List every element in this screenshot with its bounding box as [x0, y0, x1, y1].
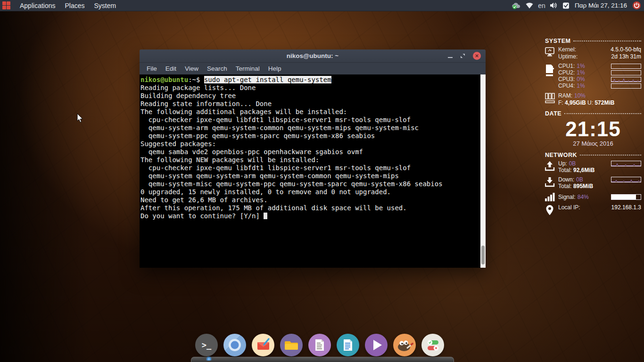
dock-background — [191, 357, 454, 362]
cpu4-line: CPU4:1% — [558, 83, 641, 89]
cpu1-graph — [611, 64, 641, 69]
conky-clock: 21:15 — [545, 119, 641, 140]
kernel-value: 4.5.0-50-bfq — [611, 46, 641, 53]
dock-item-gimp[interactable] — [393, 334, 416, 356]
terminal-body[interactable]: nikos@ubuntu:~$ sudo apt-get install qem… — [140, 74, 486, 268]
dock-item-files[interactable] — [280, 334, 303, 356]
gimp-wilber-icon — [393, 334, 416, 356]
terminal-menubar: File Edit View Search Terminal Help — [140, 63, 486, 74]
conky-network-heading: NETWORK — [545, 152, 641, 158]
download-row: Down:0B Total: 895MiB — [545, 176, 641, 189]
menu-view[interactable]: View — [181, 63, 203, 74]
cpu3-line: CPU3:0% — [558, 76, 641, 82]
download-icon — [545, 176, 558, 189]
dock: >_ — [195, 334, 444, 356]
mail-icon — [252, 334, 274, 356]
terminal-line: Reading state information... Done — [140, 100, 479, 108]
terminal-prompt-glyph: >_ — [202, 340, 211, 350]
scrollbar-thumb[interactable] — [481, 246, 485, 264]
terminal-line: nikos@ubuntu:~$ sudo apt-get install qem… — [140, 76, 479, 84]
down-rate: 0B — [576, 176, 583, 183]
dock-item-chromium[interactable] — [223, 334, 246, 356]
menu-edit[interactable]: Edit — [161, 63, 181, 74]
terminal-line: qemu-system-misc qemu-system-ppc qemu-sy… — [140, 180, 479, 188]
panel-clock[interactable]: Παρ Μάι 27, 21:16 — [575, 2, 627, 9]
dock-item-mail[interactable] — [252, 334, 274, 356]
mouse-cursor — [77, 113, 83, 125]
cpu2-graph — [611, 70, 641, 75]
menu-applications[interactable]: Applications — [15, 0, 60, 11]
menu-places[interactable]: Places — [60, 0, 90, 11]
terminal-cursor — [264, 213, 267, 219]
terminal-line: qemu-system-ppc qemu-system-sparc qemu-s… — [140, 132, 479, 140]
cpu3-graph — [611, 77, 641, 82]
signal-row: Signal:84% — [545, 192, 641, 201]
conky-date-heading: DATE — [545, 110, 641, 117]
terminal-line: Suggested packages: — [140, 140, 479, 148]
terminal-line: Need to get 26,6 MB of archives. — [140, 196, 479, 204]
upload-graph — [611, 161, 641, 166]
dock-item-writer[interactable] — [337, 334, 359, 356]
down-total: 895MiB — [573, 183, 593, 189]
distro-logo-icon[interactable] — [2, 1, 10, 9]
upload-icon — [545, 160, 558, 173]
terminal-line: Do you want to continue? [Y/n] — [140, 212, 479, 220]
terminal-line: qemu-system-arm qemu-system-common qemu-… — [140, 124, 479, 132]
terminal-output: nikos@ubuntu:~$ sudo apt-get install qem… — [140, 74, 486, 220]
local-ip-value: 192.168.1.3 — [611, 204, 641, 211]
signal-bars-icon — [545, 192, 558, 201]
uptime-value: 2d 13h 31m — [611, 53, 641, 60]
close-button[interactable]: ✕ — [473, 52, 481, 60]
up-total: 92,6MiB — [573, 167, 594, 173]
cpu2-line: CPU2:1% — [558, 70, 641, 76]
system-tray: en Παρ Μάι 27, 21:16 — [512, 0, 644, 11]
chromium-icon — [223, 334, 246, 356]
wifi-icon[interactable] — [525, 0, 534, 11]
menu-file[interactable]: File — [142, 63, 161, 74]
terminal-line: 0 upgraded, 15 newly installed, 0 to rem… — [140, 188, 479, 196]
volume-icon[interactable] — [550, 0, 558, 11]
ram-value: 10% — [574, 92, 586, 99]
dock-item-terminal[interactable]: >_ — [195, 334, 218, 356]
ram-row: RAM:10% F: 4,95GiB U: 572MiB — [545, 92, 641, 107]
dock-item-tweaks[interactable] — [421, 334, 444, 356]
dock-item-media-player[interactable] — [365, 334, 388, 356]
terminal-titlebar[interactable]: nikos@ubuntu: ~ ✕ — [140, 49, 486, 63]
play-icon — [365, 334, 388, 356]
minimize-button[interactable] — [448, 57, 453, 58]
terminal-line: After this operation, 175 MB of addition… — [140, 204, 479, 212]
conky-system-heading: SYSTEM — [545, 38, 641, 44]
signal-bar — [611, 194, 641, 200]
terminal-line: qemu samba vde2 openbios-ppc openhackwar… — [140, 148, 479, 156]
conky-date: 27 Μάιος 2016 — [545, 140, 641, 147]
up-rate: 0B — [569, 160, 576, 167]
terminal-line: The following NEW packages will be insta… — [140, 156, 479, 164]
cpu-row: CPU1:1% CPU2:1% CPU3:0% CPU4:1% — [545, 63, 641, 90]
menu-system[interactable]: System — [90, 0, 121, 11]
kernel-row: Kernel:4.5.0-50-bfq Uptime:2d 13h 31m — [545, 46, 641, 60]
folder-icon — [280, 334, 303, 356]
terminal-line: The following additional packages will b… — [140, 108, 479, 116]
dock-item-text-editor[interactable] — [308, 334, 331, 356]
terminal-line: cpu-checker ipxe-qemu libfdt1 libspice-s… — [140, 116, 479, 124]
keyboard-layout-indicator[interactable]: en — [538, 2, 545, 9]
updates-check-icon[interactable] — [562, 0, 570, 11]
menu-help[interactable]: Help — [264, 63, 286, 74]
menu-search[interactable]: Search — [203, 63, 231, 74]
terminal-line: cpu-checker ipxe-qemu libfdt1 libspice-s… — [140, 164, 479, 172]
toggles-icon — [421, 334, 444, 356]
mem-free-value: 4,95GiB — [565, 99, 586, 106]
terminal-scrollbar[interactable] — [480, 74, 486, 268]
download-graph — [611, 177, 641, 182]
terminal-window: nikos@ubuntu: ~ ✕ File Edit View Search … — [140, 49, 486, 268]
menu-terminal[interactable]: Terminal — [231, 63, 264, 74]
top-panel: Applications Places System en — [0, 0, 644, 11]
maximize-button[interactable] — [460, 53, 465, 58]
document-icon — [308, 334, 331, 356]
local-ip-row: Local IP:192.168.1.3 — [545, 204, 641, 216]
running-indicator — [206, 356, 212, 361]
power-icon[interactable] — [632, 0, 641, 11]
cloud-sync-icon[interactable] — [512, 0, 521, 11]
window-title: nikos@ubuntu: ~ — [140, 52, 486, 59]
monitor-icon — [545, 46, 558, 60]
